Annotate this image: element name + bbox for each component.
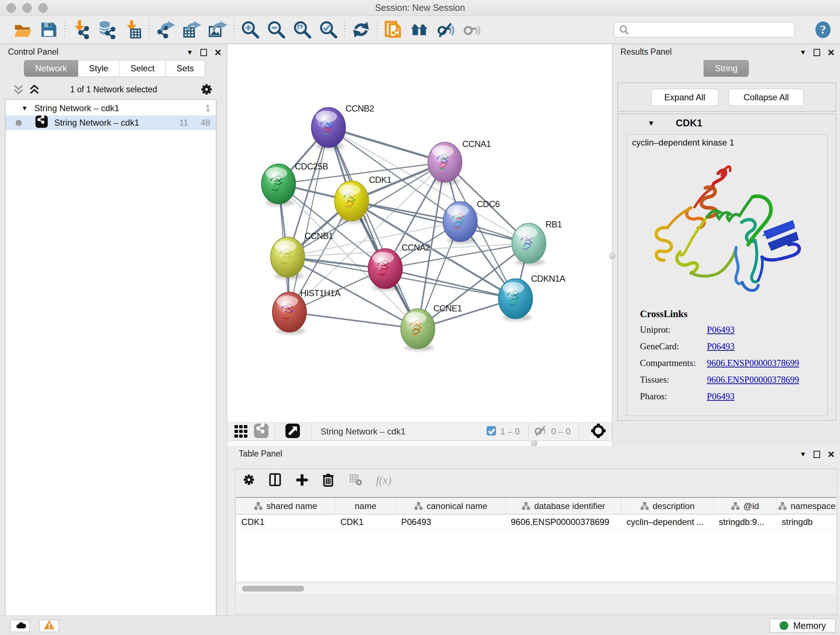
- tab-sets[interactable]: Sets: [166, 60, 205, 77]
- birdseye-icon[interactable]: [286, 423, 302, 440]
- zoom-out-button[interactable]: [264, 18, 289, 41]
- open-session-button[interactable]: [9, 18, 35, 41]
- network-options-gear-icon[interactable]: [200, 82, 213, 98]
- selected-checkbox-icon[interactable]: [486, 425, 497, 438]
- panel-menu-icon[interactable]: ▼: [799, 450, 806, 458]
- crosslink-link[interactable]: P06493: [707, 391, 734, 402]
- network-node-ccnb2[interactable]: CCNB2: [311, 103, 374, 149]
- import-network-database-button[interactable]: [94, 18, 120, 41]
- import-table-file-button[interactable]: [120, 18, 146, 41]
- hide-graphics-details-button[interactable]: [433, 18, 459, 41]
- results-panel-title: Results Panel: [621, 47, 672, 57]
- tree-root-row[interactable]: ▼ String Network – cdk1 1: [5, 101, 216, 116]
- cell-canonicalname[interactable]: P06493: [396, 515, 506, 529]
- column-header-canonicalname[interactable]: canonical name: [396, 498, 506, 514]
- network-edge[interactable]: [328, 127, 418, 329]
- network-status-dot-icon: [16, 120, 22, 126]
- panel-divider-horizontal[interactable]: [227, 441, 612, 446]
- refresh-view-button[interactable]: [348, 18, 374, 41]
- function-icon[interactable]: f(x): [376, 474, 392, 487]
- crosslink-link[interactable]: P06493: [707, 341, 734, 352]
- zoom-fit-icon: [293, 20, 312, 39]
- zoom-fit-button[interactable]: [289, 18, 316, 41]
- crosslink-link[interactable]: 9606.ENSP00000378699: [707, 358, 799, 368]
- string-home-button[interactable]: [407, 18, 433, 41]
- collapse-entry-icon[interactable]: ▼: [647, 119, 655, 127]
- divider-handle[interactable]: [531, 440, 537, 447]
- table-row[interactable]: CDK1CDK1P064939606.ENSP00000378699cyclin…: [236, 515, 836, 530]
- cell-databaseidentifier[interactable]: 9606.ENSP00000378699: [506, 515, 622, 529]
- tab-network[interactable]: Network: [24, 60, 78, 77]
- column-header-databaseidentifier[interactable]: database identifier: [506, 498, 622, 514]
- table-horizontal-scrollbar[interactable]: [236, 584, 836, 593]
- cell-name[interactable]: CDK1: [335, 515, 396, 529]
- float-panel-icon[interactable]: [201, 49, 207, 56]
- scrollbar-thumb[interactable]: [242, 586, 304, 592]
- memory-button[interactable]: Memory: [770, 619, 836, 632]
- zoom-selected-button[interactable]: [316, 18, 341, 41]
- cell-namespace[interactable]: stringdb: [777, 515, 836, 529]
- column-header-id[interactable]: @id: [714, 498, 777, 514]
- search-input[interactable]: [614, 22, 795, 37]
- string-import-button[interactable]: [381, 18, 407, 41]
- trash-icon[interactable]: [322, 472, 335, 488]
- close-panel-icon[interactable]: ✕: [827, 449, 835, 460]
- delete-table-icon[interactable]: [348, 473, 363, 488]
- cell-description[interactable]: cyclin–dependent ...: [622, 515, 714, 529]
- collapse-tree-icon[interactable]: ▼: [21, 105, 28, 112]
- network-node-cdc25b[interactable]: CDC25B: [262, 162, 328, 206]
- cell-id[interactable]: stringdb:9...: [714, 515, 777, 529]
- export-table-button[interactable]: [179, 18, 205, 41]
- network-share-icon: [35, 116, 48, 130]
- help-button[interactable]: ?: [815, 21, 831, 38]
- network-node-cdkn1a[interactable]: CDKN1A: [499, 274, 565, 321]
- hide-graphics-details-icon: [436, 20, 455, 39]
- network-view-toolbar: String Network – cdk1 1 – 0 0 – 0: [227, 422, 612, 441]
- table-box: f(x) shared name name canonical name dat…: [235, 469, 837, 614]
- crosslink-link[interactable]: 9606.ENSP00000378699: [707, 375, 799, 385]
- export-image-button[interactable]: [205, 18, 231, 41]
- divider-handle[interactable]: [609, 253, 615, 259]
- close-panel-icon[interactable]: ✕: [214, 48, 222, 58]
- show-graphics-details-button[interactable]: [459, 18, 485, 41]
- crosslink-label: Tissues:: [640, 375, 707, 385]
- column-header-sharedname[interactable]: shared name: [236, 498, 335, 514]
- network-node-rb1[interactable]: RB1: [512, 219, 562, 265]
- grid-view-icon[interactable]: [234, 424, 249, 440]
- network-edge[interactable]: [385, 269, 515, 299]
- add-icon[interactable]: [295, 473, 309, 488]
- close-panel-icon[interactable]: ✕: [827, 48, 835, 58]
- panel-menu-icon[interactable]: ▼: [799, 49, 806, 57]
- export-network-button[interactable]: [153, 18, 179, 41]
- network-edge[interactable]: [328, 127, 445, 162]
- import-network-file-button[interactable]: [68, 18, 94, 41]
- column-header-description[interactable]: description: [622, 498, 714, 514]
- tree-network-row[interactable]: String Network – cdk1 1148: [5, 116, 216, 130]
- column-header-namespace[interactable]: namespace: [777, 498, 836, 514]
- network-node-hist1h1a[interactable]: HIST1H1A: [272, 288, 340, 334]
- columns-icon[interactable]: [269, 473, 283, 488]
- tab-string[interactable]: String: [704, 60, 749, 77]
- cloud-button[interactable]: [10, 620, 30, 632]
- column-header-name[interactable]: name: [335, 498, 396, 514]
- network-edge[interactable]: [289, 312, 418, 329]
- zoom-in-button[interactable]: [237, 18, 264, 41]
- current-network-name: String Network – cdk1: [321, 426, 486, 437]
- float-panel-icon[interactable]: [813, 49, 820, 56]
- cell-sharedname[interactable]: CDK1: [236, 515, 335, 529]
- warnings-button[interactable]: [39, 620, 59, 632]
- panel-menu-icon[interactable]: ▼: [186, 49, 193, 57]
- crosslink-link[interactable]: P06493: [707, 325, 734, 335]
- float-panel-icon[interactable]: [813, 451, 820, 458]
- share-view-icon[interactable]: [254, 423, 270, 440]
- tab-style[interactable]: Style: [78, 60, 119, 77]
- table-gear-icon[interactable]: [242, 473, 256, 488]
- tab-select[interactable]: Select: [119, 60, 166, 77]
- save-session-button[interactable]: [35, 18, 62, 41]
- crosshair-icon[interactable]: [591, 423, 606, 440]
- network-node-ccna1[interactable]: CCNA1: [428, 139, 491, 184]
- collapse-all-button[interactable]: Collapse All: [729, 89, 804, 106]
- network-edge[interactable]: [289, 127, 328, 312]
- expand-all-button[interactable]: Expand All: [651, 89, 718, 106]
- network-canvas[interactable]: CCNB2 CCNA1 CDC25B CDK1 CDC6 RB1 CCNB1: [227, 44, 612, 422]
